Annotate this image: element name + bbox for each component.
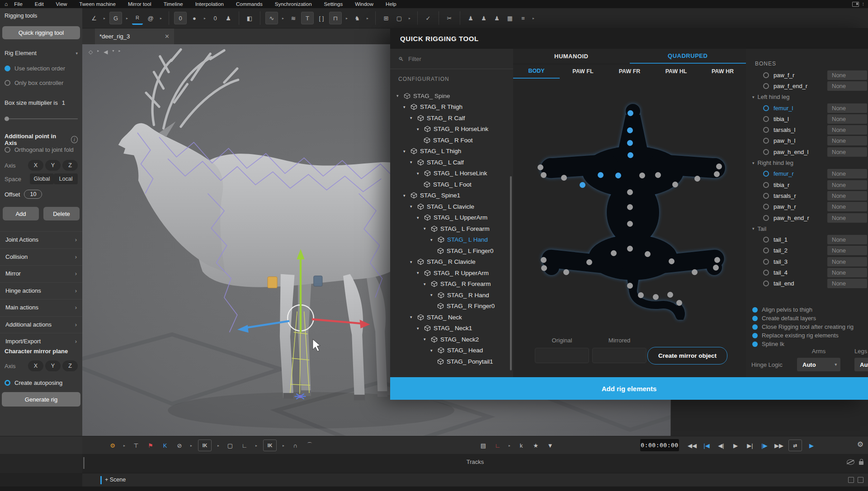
option-checkbox[interactable] bbox=[752, 333, 758, 338]
joint-dot[interactable] bbox=[627, 246, 633, 252]
toolbar-icon[interactable] bbox=[375, 11, 376, 25]
tree-item[interactable]: ▾ STAG_ R Thigh bbox=[390, 102, 513, 113]
scene-track-label[interactable]: + Scene bbox=[105, 477, 126, 483]
mirror-axis-toggle[interactable]: Z bbox=[62, 360, 78, 371]
sidebar-section-import-export[interactable]: Import/Export› bbox=[0, 333, 82, 349]
joint-dot[interactable] bbox=[627, 110, 633, 116]
bone-row[interactable]: ▾ paw_f_r None bbox=[746, 70, 868, 80]
rig-element-header[interactable]: Rig Element bbox=[5, 50, 37, 56]
original-input[interactable] bbox=[535, 348, 589, 363]
mirrored-input[interactable] bbox=[592, 348, 646, 363]
expand-arrow-icon[interactable]: ▾ bbox=[410, 116, 415, 120]
bone-assignment-field[interactable]: None bbox=[827, 169, 867, 178]
joint-dot[interactable] bbox=[615, 173, 621, 178]
add-rig-elements-button[interactable]: Add rig elements bbox=[390, 377, 868, 400]
graph-tool-icon[interactable]: ∠ bbox=[89, 12, 99, 24]
flag-icon[interactable]: ⚑ bbox=[146, 440, 156, 451]
expand-arrow-icon[interactable]: ▸ bbox=[216, 440, 221, 451]
bone-row[interactable]: ▾ paw_h_end_l None bbox=[746, 146, 868, 157]
key-icon[interactable]: K bbox=[160, 440, 170, 451]
bone-radio[interactable] bbox=[763, 83, 769, 89]
tree-item[interactable]: ▾ STAG_ L UpperArm bbox=[390, 212, 513, 224]
retime-step-icon[interactable]: ∟ bbox=[493, 440, 503, 451]
bone-row[interactable]: ▾ femur_l None bbox=[746, 103, 868, 113]
expand-arrow-icon[interactable]: ▸ bbox=[344, 12, 349, 24]
tree-item[interactable]: ▾ STAG_ L Clavicle bbox=[390, 201, 513, 212]
expand-arrow-icon[interactable]: ▾ bbox=[403, 105, 408, 109]
joint-dot[interactable] bbox=[714, 257, 720, 263]
bone-row[interactable]: ▾ Tail bbox=[746, 223, 868, 234]
bone-radio[interactable] bbox=[763, 215, 769, 221]
tree-item[interactable]: ▾ STAG_ R Foot bbox=[390, 135, 513, 146]
tree-item[interactable]: ▾ STAG_ Neck2 bbox=[390, 334, 513, 345]
sidebar-section-additional-actions[interactable]: Additional actions› bbox=[0, 316, 82, 332]
expand-arrow-icon[interactable]: ▸ bbox=[102, 12, 107, 24]
mirror-axis-toggle[interactable]: X bbox=[28, 360, 43, 371]
joint-dot[interactable] bbox=[667, 292, 673, 298]
headphones-icon[interactable]: ∩ bbox=[290, 440, 300, 451]
box-size-slider[interactable] bbox=[5, 117, 78, 121]
joint-dot[interactable] bbox=[611, 250, 617, 256]
to-end-button[interactable]: |▶ bbox=[760, 440, 769, 451]
sidebar-section-main-actions[interactable]: Main actions› bbox=[0, 299, 82, 315]
bone-row[interactable]: ▾ paw_h_r None bbox=[746, 201, 868, 212]
loop-button[interactable]: ⇄ bbox=[788, 440, 802, 451]
create-autoposing-checkbox[interactable] bbox=[5, 380, 10, 386]
bone-row[interactable]: ▾ tarsals_r None bbox=[746, 190, 868, 201]
sidebar-section-joint-actions[interactable]: Joint Actions› bbox=[0, 231, 82, 248]
expand-arrow-icon[interactable]: ▾ bbox=[403, 193, 408, 198]
bone-radio[interactable] bbox=[763, 270, 769, 276]
characters-group-icon[interactable]: ♟ bbox=[491, 12, 502, 24]
option-checkbox[interactable] bbox=[752, 307, 758, 313]
collapse-arrow-icon[interactable]: ▾ bbox=[752, 161, 755, 165]
joint-dot[interactable] bbox=[639, 173, 645, 178]
tree-item[interactable]: ▾ STAG_ L HorseLink bbox=[390, 168, 513, 179]
tree-item[interactable]: ▾ STAG_ L Foot bbox=[390, 179, 513, 190]
bone-assignment-field[interactable]: None bbox=[827, 257, 867, 267]
joint-dot[interactable] bbox=[692, 269, 698, 275]
tree-item[interactable]: ▾ STAG_ R Clavicle bbox=[390, 257, 513, 268]
menu-item[interactable]: Interpolation bbox=[195, 1, 224, 7]
bone-row[interactable]: ▾ Left hind leg bbox=[746, 92, 868, 103]
interval-value-2[interactable]: 0 bbox=[210, 12, 221, 24]
body-part-tab[interactable]: PAW HL bbox=[653, 64, 699, 79]
joint-dot[interactable] bbox=[541, 172, 547, 178]
bone-assignment-field[interactable]: None bbox=[827, 147, 867, 157]
expand-arrow-icon[interactable]: ▾ bbox=[417, 326, 421, 331]
expand-arrow-icon[interactable]: ▾ bbox=[417, 171, 421, 176]
menu-item[interactable]: Synchronization bbox=[275, 1, 312, 7]
tree-item[interactable]: ▾ STAG_ Neck bbox=[390, 312, 513, 323]
tree-item[interactable]: ▾ STAG_ L Finger0 bbox=[390, 245, 513, 257]
bone-assignment-field[interactable]: None bbox=[827, 180, 867, 190]
bone-radio[interactable] bbox=[763, 149, 769, 155]
joint-dot[interactable] bbox=[580, 182, 585, 188]
delete-button[interactable]: Delete bbox=[43, 207, 80, 220]
filter-box[interactable]: 🔍︎ bbox=[398, 55, 498, 63]
bone-assignment-field[interactable]: None bbox=[827, 246, 867, 255]
joint-dot[interactable] bbox=[638, 292, 644, 298]
expand-arrow-icon[interactable]: ▾ bbox=[424, 226, 428, 231]
run-animation-icon[interactable]: ♞ bbox=[352, 12, 363, 24]
track-option-icon[interactable] bbox=[848, 477, 854, 483]
toolbar-icon[interactable] bbox=[260, 11, 260, 25]
joint-dot[interactable] bbox=[694, 176, 700, 182]
bone-assignment-field[interactable]: None bbox=[827, 70, 867, 80]
joint-dot[interactable] bbox=[563, 269, 569, 275]
joint-dot[interactable] bbox=[714, 171, 720, 177]
keyframe-dot-icon[interactable]: ● bbox=[189, 12, 200, 24]
tree-item[interactable]: ▾ STAG_ R Calf bbox=[390, 112, 513, 124]
next-frame-button[interactable]: ▶| bbox=[745, 440, 755, 451]
expand-arrow-icon[interactable]: ▾ bbox=[417, 215, 421, 220]
expand-arrow-icon[interactable]: ▸ bbox=[202, 12, 208, 24]
joint-dot[interactable] bbox=[627, 189, 633, 195]
axis-toggle[interactable]: Z bbox=[62, 160, 78, 171]
bone-row[interactable]: ▾ tail_end None bbox=[746, 278, 868, 289]
bone-assignment-field[interactable]: None bbox=[827, 213, 867, 223]
menu-item[interactable]: Timeline bbox=[164, 1, 183, 7]
bone-assignment-field[interactable]: None bbox=[827, 191, 867, 201]
bone-assignment-field[interactable]: None bbox=[827, 125, 867, 135]
joint-dot[interactable] bbox=[598, 172, 604, 178]
offset-field[interactable]: 10 bbox=[24, 190, 42, 199]
expand-arrow-icon[interactable]: ▸ bbox=[158, 12, 164, 24]
body-part-tab[interactable]: BODY bbox=[513, 64, 560, 79]
